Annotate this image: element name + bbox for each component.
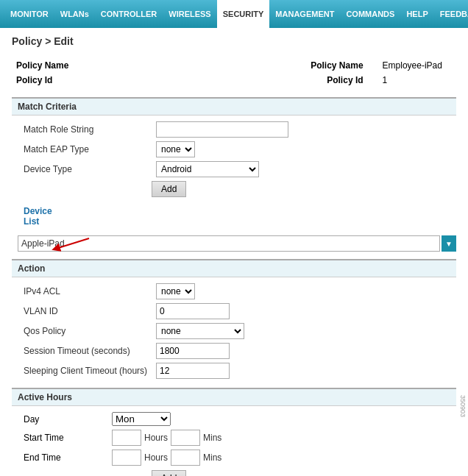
device-list-label: Device List <box>12 206 52 227</box>
vlan-id-input[interactable] <box>156 303 230 319</box>
page-title: Policy > Edit <box>12 35 456 50</box>
day-label: Day <box>24 414 112 425</box>
nav-management[interactable]: MANAGEMENT <box>269 0 340 28</box>
ipv4-acl-row: IPv4 ACL none <box>12 283 456 299</box>
device-type-select[interactable]: Android <box>156 161 259 177</box>
end-hours-input[interactable] <box>112 450 141 466</box>
match-role-input[interactable] <box>156 121 288 138</box>
match-eap-select[interactable]: none <box>156 141 195 157</box>
start-time-label: Start Time <box>24 433 112 443</box>
sleeping-client-input[interactable] <box>156 363 230 379</box>
ipv4-acl-select[interactable]: none <box>156 283 195 299</box>
match-criteria-header: Match Criteria <box>12 97 456 116</box>
active-hours-add-button[interactable]: Add <box>152 470 186 476</box>
session-timeout-input[interactable] <box>156 343 230 359</box>
device-type-row: Device Type Android <box>12 161 456 177</box>
ipv4-acl-label: IPv4 ACL <box>24 286 156 296</box>
device-list-row: Apple-iPad ▼ <box>12 235 456 252</box>
policy-id-value: 1 <box>380 74 455 87</box>
nav-controller[interactable]: CONTROLLER <box>95 0 163 28</box>
end-time-row: End Time Hours Mins <box>12 450 456 466</box>
end-time-label: End Time <box>24 452 112 463</box>
device-type-label: Device Type <box>24 164 156 174</box>
sleeping-client-row: Sleeping Client Timeout (hours) <box>12 363 456 379</box>
nav-wlans[interactable]: WLANs <box>54 0 95 28</box>
match-role-row: Match Role String <box>12 121 456 138</box>
nav-wireless[interactable]: WIRELESS <box>163 0 216 28</box>
session-timeout-label: Session Timeout (seconds) <box>24 346 156 356</box>
day-row: Day Mon <box>12 412 456 426</box>
red-arrow-icon <box>49 232 93 253</box>
end-hours-label: Hours <box>144 452 168 463</box>
start-hours-input[interactable] <box>112 430 141 446</box>
action-header: Action <box>12 259 456 277</box>
nav-commands[interactable]: COMMANDS <box>340 0 400 28</box>
policy-name-key: Policy Name <box>258 59 378 72</box>
policy-id-label: Policy Id <box>13 74 104 87</box>
nav-security[interactable]: SECURITY <box>217 0 270 28</box>
start-hours-label: Hours <box>144 433 168 443</box>
start-mins-label: Mins <box>203 433 221 443</box>
session-timeout-row: Session Timeout (seconds) <box>12 343 456 359</box>
match-eap-row: Match EAP Type none <box>12 141 456 157</box>
match-criteria-add-button[interactable]: Add <box>152 181 186 197</box>
nav-monitor[interactable]: MONITOR <box>4 0 54 28</box>
active-hours-form: Day Mon Start Time Hours Mins End Time H… <box>12 412 456 476</box>
qos-label: Qos Policy <box>24 326 156 336</box>
match-eap-label: Match EAP Type <box>24 144 156 154</box>
action-form: IPv4 ACL none VLAN ID Qos Policy none Se… <box>12 283 456 379</box>
vlan-id-row: VLAN ID <box>12 303 456 319</box>
qos-row: Qos Policy none <box>12 323 456 339</box>
policy-id-key: Policy Id <box>258 74 378 87</box>
svg-line-1 <box>56 238 89 249</box>
nav-help[interactable]: HELP <box>400 0 433 28</box>
vlan-id-label: VLAN ID <box>24 306 156 316</box>
policy-name-label: Policy Name <box>13 59 104 72</box>
start-time-row: Start Time Hours Mins <box>12 430 456 446</box>
policy-name-value: Employee-iPad <box>380 59 455 72</box>
end-mins-input[interactable] <box>171 450 200 466</box>
match-role-label: Match Role String <box>24 124 156 135</box>
nav-feedback[interactable]: FEEDBACK <box>434 0 468 28</box>
top-navigation: MONITOR WLANs CONTROLLER WIRELESS SECURI… <box>0 0 468 28</box>
sleeping-client-label: Sleeping Client Timeout (hours) <box>24 366 156 376</box>
end-mins-label: Mins <box>203 452 221 463</box>
side-label: 350903 <box>459 395 467 417</box>
active-hours-header: Active Hours <box>12 388 456 406</box>
page-content: Policy > Edit Policy Name Policy Name Em… <box>0 28 468 476</box>
device-list-dropdown-button[interactable]: ▼ <box>442 235 456 252</box>
day-select[interactable]: Mon <box>112 412 171 426</box>
policy-info: Policy Name Policy Name Employee-iPad Po… <box>12 57 456 88</box>
qos-select[interactable]: none <box>156 323 244 339</box>
start-mins-input[interactable] <box>171 430 200 446</box>
match-criteria-form: Match Role String Match EAP Type none De… <box>12 121 456 197</box>
